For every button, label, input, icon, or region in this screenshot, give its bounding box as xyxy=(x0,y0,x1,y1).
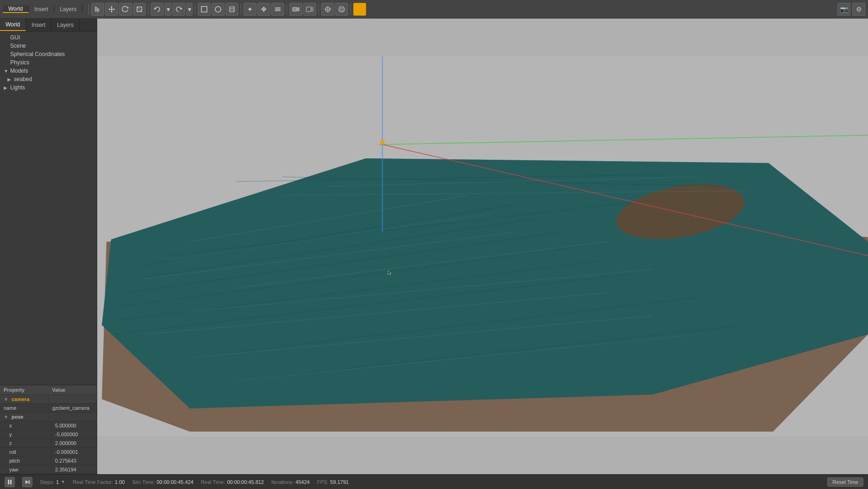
steps-label: Steps: xyxy=(40,479,54,485)
separator-3 xyxy=(195,4,195,15)
tree-item-spherical[interactable]: Spherical Coordinates xyxy=(0,50,97,58)
name-value[interactable]: gzclient_camera xyxy=(49,404,97,412)
sphere-tool-button[interactable] xyxy=(212,3,225,16)
x-label: x xyxy=(0,421,51,430)
z-label: z xyxy=(0,439,51,447)
iterations-value: 45424 xyxy=(295,479,310,485)
tree-item-scene-label: Scene xyxy=(10,43,26,49)
tree-item-scene[interactable]: Scene xyxy=(0,42,97,50)
tab-world[interactable]: World xyxy=(3,6,29,13)
x-value[interactable]: 5.000000 xyxy=(51,421,97,430)
audio-button[interactable] xyxy=(335,3,348,16)
reset-time-button[interactable]: Reset Time xyxy=(827,477,863,487)
rtf-item: Real Time Factor: 1.00 xyxy=(73,479,125,485)
x-row: x 5.000000 xyxy=(0,421,97,430)
undo-dropdown[interactable]: ▾ xyxy=(165,3,171,16)
scale-tool-button[interactable] xyxy=(133,3,146,16)
settings-button[interactable]: ⚙ xyxy=(852,3,865,16)
yaw-row: yaw 2.356194 xyxy=(0,465,97,474)
sim-time-item: Sim Time: 00:00:00:45.424 xyxy=(132,479,193,485)
pause-button[interactable] xyxy=(5,477,15,487)
record-button[interactable] xyxy=(303,3,316,16)
roll-label: roll xyxy=(0,448,51,456)
svg-point-27 xyxy=(339,6,344,12)
tree-item-physics-label: Physics xyxy=(10,59,29,66)
svg-point-13 xyxy=(230,6,234,8)
svg-rect-22 xyxy=(306,7,311,12)
tree-item-physics[interactable]: Physics xyxy=(0,58,97,67)
svg-point-12 xyxy=(215,6,221,12)
y-row: y -5.000000 xyxy=(0,430,97,439)
yaw-value[interactable]: 2.356194 xyxy=(51,465,97,474)
tab-insert[interactable]: Insert xyxy=(29,6,54,13)
sim-time-value: 00:00:00:45.424 xyxy=(156,479,194,485)
spot-light-button[interactable]: ✤ xyxy=(257,3,270,16)
step-button[interactable] xyxy=(22,477,32,487)
lights-arrow-icon: ▶ xyxy=(4,85,8,90)
y-value[interactable]: -5.000000 xyxy=(51,430,97,439)
separator-5 xyxy=(287,4,287,15)
camera-button[interactable] xyxy=(289,3,302,16)
camera-section-row: ▼ camera xyxy=(0,395,97,404)
panel-tabs: World Insert Layers xyxy=(0,19,97,31)
panel-tab-insert[interactable]: Insert xyxy=(26,19,51,31)
dir-light-button[interactable] xyxy=(271,3,284,16)
separator-4 xyxy=(241,4,241,15)
fps-label: FPS: xyxy=(317,479,328,485)
svg-rect-65 xyxy=(29,480,30,484)
iterations-item: Iterations: 45424 xyxy=(271,479,310,485)
svg-point-28 xyxy=(340,8,343,11)
color-button[interactable] xyxy=(353,3,366,16)
point-light-button[interactable]: ✦ xyxy=(244,3,256,16)
property-col-header: Property xyxy=(0,385,49,395)
rotate-tool-button[interactable] xyxy=(119,3,132,16)
screenshot-button[interactable]: 📷 xyxy=(837,3,850,16)
tree-item-lights-label: Lights xyxy=(10,84,25,91)
fps-value: 59.1791 xyxy=(330,479,349,485)
pose-label: ▼ pose xyxy=(0,413,49,421)
tree-item-spherical-label: Spherical Coordinates xyxy=(10,51,65,57)
z-value[interactable]: 2.000000 xyxy=(51,439,97,447)
value-col-header: Value xyxy=(49,385,97,395)
tree-item-gui[interactable]: GUI xyxy=(0,33,97,42)
svg-point-61 xyxy=(380,140,385,144)
camera-expand-icon[interactable]: ▼ xyxy=(4,397,8,402)
camera-name-row: name gzclient_camera xyxy=(0,404,97,413)
name-label: name xyxy=(0,404,49,412)
scene-svg xyxy=(97,19,868,474)
svg-point-16 xyxy=(230,10,234,12)
svg-rect-63 xyxy=(10,480,12,484)
viewport[interactable] xyxy=(97,19,868,474)
tab-layers[interactable]: Layers xyxy=(54,6,82,13)
cylinder-tool-button[interactable] xyxy=(225,3,238,16)
translate-tool-button[interactable] xyxy=(105,3,118,16)
panel-tab-world[interactable]: World xyxy=(0,19,26,31)
svg-line-8 xyxy=(137,7,142,12)
tree-item-models[interactable]: ▼ Models xyxy=(0,67,97,75)
select-tool-button[interactable] xyxy=(91,3,104,16)
y-label: y xyxy=(0,430,51,439)
tree-item-lights[interactable]: ▶ Lights xyxy=(0,83,97,92)
rtf-label: Real Time Factor: xyxy=(73,479,113,485)
pitch-label: pitch xyxy=(0,457,51,465)
roll-value[interactable]: -0.000001 xyxy=(51,448,97,456)
z-row: z 2.000000 xyxy=(0,439,97,448)
redo-button[interactable] xyxy=(172,3,185,16)
pitch-row: pitch 0.275643 xyxy=(0,457,97,465)
tree-item-seabed[interactable]: ▶ seabed xyxy=(0,75,97,83)
separator-7 xyxy=(350,4,351,15)
origin-button[interactable] xyxy=(321,3,334,16)
redo-dropdown[interactable]: ▾ xyxy=(186,3,193,16)
pose-expand-icon[interactable]: ▼ xyxy=(4,414,8,420)
steps-dropdown[interactable]: ▼ xyxy=(61,479,65,484)
box-tool-button[interactable] xyxy=(198,3,211,16)
undo-button[interactable] xyxy=(151,3,164,16)
pitch-value[interactable]: 0.275643 xyxy=(51,457,97,465)
panel-tab-layers[interactable]: Layers xyxy=(51,19,80,31)
property-panel: Property Value ▼ camera name gzclient_ca… xyxy=(0,385,97,474)
svg-marker-3 xyxy=(111,11,112,13)
camera-label: ▼ camera xyxy=(0,395,49,403)
seabed-arrow-icon: ▶ xyxy=(7,77,12,82)
svg-rect-62 xyxy=(8,480,9,484)
property-header: Property Value xyxy=(0,385,97,395)
